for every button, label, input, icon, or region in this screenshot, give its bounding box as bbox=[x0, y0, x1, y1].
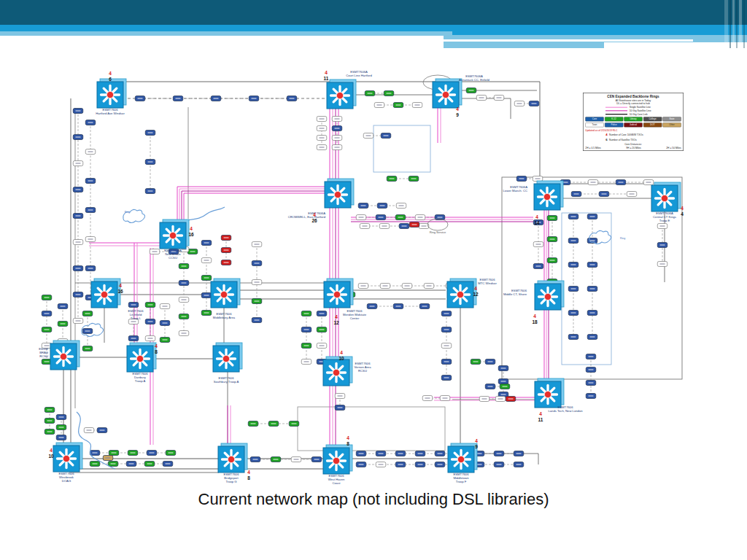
hub-center-dot bbox=[136, 355, 143, 362]
hub-label: Coast bbox=[333, 481, 341, 485]
hub-core-count: 4 bbox=[313, 212, 316, 217]
frame-rect bbox=[374, 125, 430, 172]
network-hub: ESMT7606West HavenCoast48 bbox=[323, 435, 352, 485]
hub-center-dot bbox=[333, 369, 339, 376]
legend-title: CEN Expanded Backbone Rings bbox=[585, 95, 681, 98]
network-hub: ESMT7606ACROMWELL, East Hartford426 bbox=[288, 179, 354, 223]
hub-center-dot bbox=[222, 355, 229, 362]
hub-center-dot bbox=[60, 353, 66, 359]
legend-item: 2H = 0.5 Miles9H = 20 Miles2H = 50 Miles bbox=[585, 147, 681, 149]
legend-chip: Library bbox=[624, 117, 642, 121]
legend-item: TownPoliceJudicialDOTOther bbox=[585, 122, 681, 127]
caption: Current network map (not including DSL l… bbox=[0, 490, 747, 509]
hub-core-count: 4 bbox=[109, 71, 112, 76]
slide: Ring ServiceRingRingESMT7606Hartford Ave… bbox=[0, 0, 747, 560]
diagram-label: Ring Service bbox=[430, 230, 446, 234]
legend-item: 6 bbox=[604, 138, 609, 141]
hub-center-dot bbox=[544, 293, 551, 300]
hub-satellite-count: 8 bbox=[247, 475, 250, 481]
hub-satellite-count: 16 bbox=[188, 232, 194, 237]
hub-core-count: 4 bbox=[50, 448, 53, 453]
legend-item: 4Number of Core 10GB/W TXOs bbox=[585, 133, 681, 136]
hub-label: Troop A bbox=[135, 379, 146, 383]
hub-satellite-count: 12 bbox=[333, 320, 339, 325]
legend-item: 2H = 0.5 Miles bbox=[585, 147, 600, 149]
hub-center-dot bbox=[333, 457, 339, 464]
hub-satellite-count: 18 bbox=[532, 319, 538, 324]
hub-label: Lands Tech, New London bbox=[548, 409, 583, 413]
hub-satellite-count: 11 bbox=[538, 417, 543, 422]
hub-center-dot bbox=[228, 456, 234, 462]
legend-chip: Other bbox=[662, 122, 681, 127]
legend-chip: DOT bbox=[643, 122, 662, 127]
hub-label: RCSU bbox=[39, 354, 48, 358]
legend-item bbox=[605, 107, 627, 108]
legend-chip: State bbox=[662, 117, 681, 121]
legend-chip: Police bbox=[605, 122, 623, 127]
legend-item bbox=[605, 114, 627, 114]
hub-satellite-count: 8 bbox=[347, 441, 349, 446]
network-hub: ESMT7606Vernon AreaRCSU410 bbox=[323, 350, 371, 386]
hub-center-dot bbox=[220, 291, 227, 298]
legend-item: Core Distances: bbox=[585, 143, 681, 146]
network-hub: ESMT7606Hartford Ave Windsor46 bbox=[96, 71, 126, 115]
hub-satellite-count: 9 bbox=[456, 112, 459, 117]
hub-label: Asnuntuck CC, Enfield bbox=[459, 78, 490, 82]
hub-label: Troop F bbox=[456, 480, 467, 483]
hub-core-count: 4 bbox=[335, 314, 338, 319]
hub-label: Middlebury Area bbox=[213, 316, 236, 319]
network-diagram: Ring ServiceRingRingESMT7606Hartford Ave… bbox=[0, 0, 747, 560]
hub-center-dot bbox=[543, 193, 550, 200]
hub-label: Hartford Ave Windsor bbox=[96, 112, 125, 115]
hub-center-dot bbox=[661, 195, 667, 201]
legend-chip: K-12 bbox=[605, 117, 623, 121]
legend-item bbox=[605, 110, 627, 111]
hub-center-dot bbox=[334, 191, 341, 198]
network-hub: ESMT7606ACourt Line Hartford411 bbox=[324, 70, 373, 109]
hub-label: Southbury Troop A bbox=[214, 380, 239, 384]
hub-label: MTC Windsor bbox=[478, 281, 497, 285]
hub-satellite-count: 10 bbox=[338, 356, 344, 361]
legend-item: Number of Core 10GB/W TXOs bbox=[609, 133, 662, 136]
hub-core-count: 4 bbox=[347, 435, 349, 440]
legend-item: Single Satellite Line bbox=[585, 106, 681, 109]
legend-item: 9H = 20 Miles bbox=[626, 147, 640, 149]
hub-satellite-count: 14 bbox=[534, 220, 540, 225]
legend-item: Single Satellite Line bbox=[630, 106, 661, 109]
legend-item: 4 bbox=[604, 133, 609, 136]
diagram-label: Ring bbox=[620, 237, 625, 240]
hub-core-count: 4 bbox=[340, 350, 343, 355]
legend-chip: Judicial bbox=[624, 122, 642, 127]
hub-core-count: 4 bbox=[474, 286, 477, 291]
legend-item: 6Number of Satellite TXOs bbox=[585, 138, 681, 141]
hub-center-dot bbox=[101, 291, 107, 298]
hub-label: Lower Manch. CC bbox=[503, 189, 527, 192]
network-hub: ESMT7606Middle CT, Shore418 bbox=[503, 281, 564, 324]
fiber-bundle-line bbox=[184, 193, 331, 228]
hub-core-count: 4 bbox=[247, 470, 250, 475]
network-hub: ESMT7606BridgeportTroop G48 bbox=[218, 443, 250, 483]
hub-satellite-count: 11 bbox=[324, 76, 329, 81]
hub-center-dot bbox=[169, 232, 176, 238]
hub-center-dot bbox=[336, 92, 343, 98]
hub-satellite-count: 16 bbox=[117, 289, 123, 294]
hub-core-count: 4 bbox=[681, 206, 684, 211]
hub-core-count: 4 bbox=[533, 314, 536, 319]
legend-chip: College bbox=[643, 117, 662, 121]
hub-label: Troop L bbox=[131, 316, 142, 320]
hub-label: RCSU bbox=[358, 369, 367, 373]
legend-item: CoreK-12LibraryCollegeState bbox=[585, 117, 681, 121]
hub-center-dot bbox=[63, 455, 69, 462]
ring-ellipse bbox=[427, 219, 448, 230]
hub-label: Troop G bbox=[225, 480, 236, 483]
hub-center-dot bbox=[442, 91, 449, 98]
hub-center-dot bbox=[457, 456, 464, 462]
network-hub: ESMT7606Lands Tech, New London411 bbox=[535, 378, 583, 422]
hub-core-count: 4 bbox=[456, 106, 459, 112]
hub-center-dot bbox=[544, 391, 551, 397]
hub-core-count: 4 bbox=[325, 70, 328, 75]
hub-core-count: 4 bbox=[155, 343, 158, 349]
hub-satellite-count: 9 bbox=[475, 444, 478, 449]
hub-satellite-count: 6 bbox=[109, 77, 112, 82]
network-hub: ESMT7606ACentral CT KingsTroop E44 bbox=[651, 182, 684, 222]
